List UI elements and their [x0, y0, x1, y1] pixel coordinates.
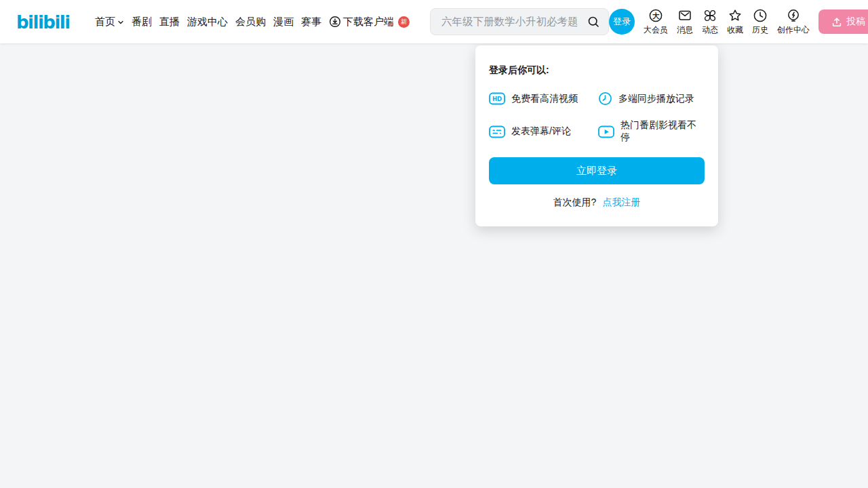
- nav-item-live[interactable]: 直播: [159, 16, 180, 28]
- chevron-down-icon: [117, 19, 124, 26]
- new-badge: 新: [398, 16, 410, 28]
- nav-item-label: 赛事: [301, 16, 321, 28]
- nav-item-label: 下载客户端: [343, 16, 394, 28]
- clock-icon: [753, 8, 768, 23]
- register-link[interactable]: 点我注册: [602, 197, 640, 207]
- action-item-vip[interactable]: 大 大会员: [644, 8, 668, 36]
- action-item-dynamics[interactable]: 动态: [702, 8, 718, 36]
- download-icon: [329, 16, 341, 28]
- benefit-hd-video: HD 免费看高清视频: [489, 92, 598, 106]
- svg-text:大: 大: [652, 12, 660, 20]
- search-bar: [430, 8, 609, 35]
- bilibili-logo-icon: bilibili: [16, 10, 87, 33]
- play-icon: [598, 125, 614, 138]
- action-item-history[interactable]: 历史: [752, 8, 768, 36]
- nav-item-label: 番剧: [132, 16, 152, 28]
- nav-item-label: 漫画: [273, 16, 294, 28]
- header-actions: 登录 大 大会员 消息: [609, 8, 868, 36]
- action-item-label: 创作中心: [777, 24, 810, 36]
- main-nav: 首页 番剧 直播 游戏中心 会员购 漫画 赛事: [95, 16, 410, 28]
- benefit-sync-history: 多端同步播放记录: [598, 92, 705, 106]
- popup-title: 登录后你可以:: [489, 64, 705, 77]
- hd-icon: HD: [489, 92, 505, 105]
- upload-icon: [831, 16, 842, 27]
- bilibili-logo[interactable]: bilibili: [16, 10, 87, 33]
- upload-submit-button[interactable]: 投稿: [818, 9, 868, 34]
- nav-item-bangumi[interactable]: 番剧: [132, 16, 152, 28]
- danmaku-icon: [489, 125, 505, 138]
- pinwheel-icon: [703, 8, 717, 23]
- action-item-messages[interactable]: 消息: [677, 8, 693, 36]
- login-label: 登录: [613, 16, 631, 28]
- action-item-label: 收藏: [727, 24, 743, 36]
- login-now-button[interactable]: 立即登录: [489, 157, 705, 184]
- benefit-hot-bangumi: 热门番剧影视看不停: [598, 119, 705, 144]
- benefit-label: 发表弹幕/评论: [511, 125, 571, 138]
- login-benefits-popup: 登录后你可以: HD 免费看高清视频 多端同步播放记录: [475, 45, 718, 226]
- nav-item-label: 直播: [159, 16, 180, 28]
- benefit-danmaku-comment: 发表弹幕/评论: [489, 119, 598, 144]
- lightbulb-icon: [786, 8, 801, 23]
- nav-item-label: 游戏中心: [187, 16, 228, 28]
- search-button[interactable]: [586, 14, 601, 30]
- upload-button-label: 投稿: [846, 16, 865, 28]
- benefit-label: 免费看高清视频: [511, 93, 578, 105]
- nav-item-label: 会员购: [235, 16, 266, 28]
- nav-item-label: 首页: [95, 16, 115, 28]
- action-item-label: 历史: [752, 24, 768, 36]
- star-icon: [728, 8, 743, 23]
- action-item-label: 大会员: [644, 24, 668, 36]
- benefits-grid: HD 免费看高清视频 多端同步播放记录 发表弹幕/: [489, 92, 705, 144]
- sync-clock-icon: [598, 92, 612, 106]
- benefit-label: 热门番剧影视看不停: [620, 119, 705, 144]
- message-icon: [677, 8, 692, 23]
- action-item-creative-center[interactable]: 创作中心: [777, 8, 810, 36]
- login-avatar-button[interactable]: 登录: [609, 9, 635, 35]
- action-item-label: 消息: [677, 24, 693, 36]
- popup-footer: 首次使用?点我注册: [489, 197, 705, 209]
- action-item-favorites[interactable]: 收藏: [727, 8, 743, 36]
- benefit-label: 多端同步播放记录: [618, 93, 694, 105]
- nav-item-manga[interactable]: 漫画: [273, 16, 294, 28]
- action-item-label: 动态: [702, 24, 718, 36]
- svg-text:bilibili: bilibili: [16, 12, 70, 33]
- nav-item-esports[interactable]: 赛事: [301, 16, 321, 28]
- nav-item-vip-shop[interactable]: 会员购: [235, 16, 266, 28]
- svg-text:HD: HD: [492, 96, 502, 102]
- nav-item-download-client[interactable]: 下载客户端 新: [329, 16, 410, 28]
- first-time-text: 首次使用?: [553, 197, 597, 207]
- vip-icon: 大: [648, 8, 663, 23]
- search-icon: [587, 16, 600, 28]
- top-navbar: bilibili 首页 番剧 直播 游戏中心 会员购 漫画 赛事: [0, 0, 868, 43]
- nav-item-home[interactable]: 首页: [95, 16, 124, 28]
- search-input[interactable]: [441, 16, 586, 28]
- nav-item-game-center[interactable]: 游戏中心: [187, 16, 228, 28]
